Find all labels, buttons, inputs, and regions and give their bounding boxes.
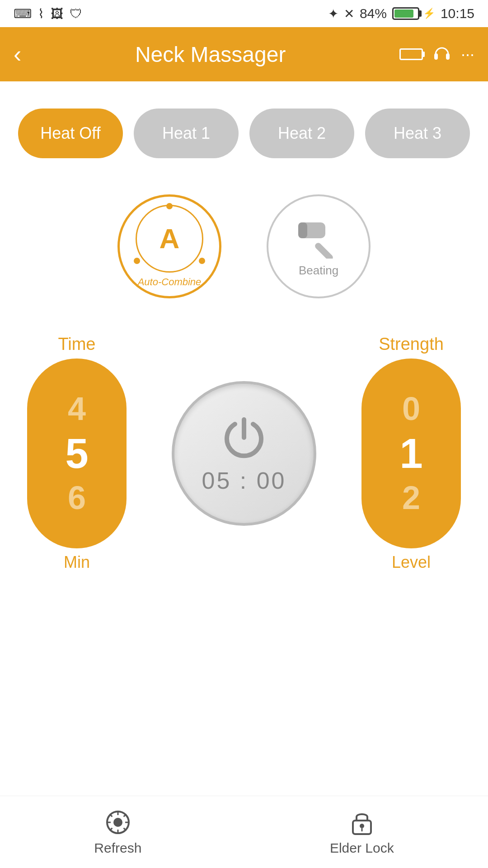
heat-1-button[interactable]: Heat 1 bbox=[134, 108, 239, 158]
headphone-icon bbox=[432, 44, 452, 64]
heat-3-button[interactable]: Heat 3 bbox=[365, 108, 470, 158]
time-label: Time bbox=[58, 335, 95, 354]
strength-unit-label: Level bbox=[392, 553, 431, 572]
auto-combine-label: Auto-Combine bbox=[138, 276, 202, 288]
usb2-icon: ⌇ bbox=[38, 6, 44, 21]
time-drum[interactable]: 4 5 6 bbox=[27, 359, 127, 548]
bottom-nav: Refresh Elder Lock bbox=[0, 796, 488, 868]
svg-rect-1 bbox=[446, 53, 450, 60]
time-value-above: 4 bbox=[68, 389, 86, 428]
battery-indicator: ⚡ bbox=[392, 7, 435, 20]
strength-label: Strength bbox=[379, 335, 444, 354]
auto-combine-inner: A bbox=[136, 205, 203, 273]
heat-off-button[interactable]: Heat Off bbox=[18, 108, 123, 158]
heat-buttons-row: Heat Off Heat 1 Heat 2 Heat 3 bbox=[18, 108, 470, 158]
heat-2-button[interactable]: Heat 2 bbox=[249, 108, 354, 158]
power-button[interactable]: 05 : 00 bbox=[172, 381, 316, 526]
page-title: Neck Massager bbox=[30, 42, 390, 67]
beating-icon bbox=[291, 216, 346, 261]
svg-rect-4 bbox=[298, 222, 307, 238]
lock-icon bbox=[348, 809, 375, 836]
auto-combine-letter: A bbox=[160, 225, 180, 253]
bolt-icon: ⚡ bbox=[423, 8, 435, 19]
more-icon[interactable]: ··· bbox=[461, 45, 474, 64]
time-value-selected: 5 bbox=[65, 429, 88, 478]
bluetooth-icon: ✦ bbox=[328, 6, 338, 21]
elder-lock-label: Elder Lock bbox=[330, 840, 394, 856]
usb-icon: ⌨ bbox=[14, 6, 32, 21]
svg-rect-2 bbox=[314, 241, 334, 259]
time-value-below: 6 bbox=[68, 478, 86, 517]
auto-combine-button[interactable]: A Auto-Combine bbox=[117, 194, 221, 298]
time-display: 10:15 bbox=[441, 6, 474, 21]
x-icon: ✕ bbox=[344, 6, 354, 21]
beating-label: Beating bbox=[299, 264, 338, 278]
strength-value-below: 2 bbox=[402, 478, 420, 517]
refresh-label: Refresh bbox=[94, 840, 141, 856]
strength-drum[interactable]: 0 1 2 bbox=[361, 359, 461, 548]
svg-point-6 bbox=[113, 818, 122, 827]
nav-elder-lock[interactable]: Elder Lock bbox=[330, 809, 394, 856]
strength-value-above: 0 bbox=[402, 389, 420, 428]
battery-outline-icon bbox=[399, 48, 423, 60]
main-content: Heat Off Heat 1 Heat 2 Heat 3 A Auto-Com… bbox=[0, 81, 488, 662]
nav-refresh[interactable]: Refresh bbox=[94, 809, 141, 856]
timer-section: Time 4 5 6 Min 05 : 00 Strength 0 1 2 bbox=[18, 335, 470, 572]
svg-rect-0 bbox=[434, 53, 438, 60]
app-header: ‹ Neck Massager ··· bbox=[0, 27, 488, 81]
time-column: Time 4 5 6 Min bbox=[27, 335, 127, 572]
strength-column: Strength 0 1 2 Level bbox=[361, 335, 461, 572]
beating-button[interactable]: Beating bbox=[267, 194, 371, 298]
refresh-icon bbox=[104, 809, 131, 836]
back-button[interactable]: ‹ bbox=[14, 42, 21, 66]
power-icon bbox=[219, 413, 269, 462]
shield-icon: 🛡 bbox=[70, 6, 82, 21]
image-icon: 🖼 bbox=[51, 6, 63, 21]
svg-point-8 bbox=[360, 824, 364, 828]
battery-percent: 84% bbox=[360, 6, 387, 21]
strength-value-selected: 1 bbox=[399, 429, 422, 478]
mode-row: A Auto-Combine Beating bbox=[18, 194, 470, 298]
status-bar: ⌨ ⌇ 🖼 🛡 ✦ ✕ 84% ⚡ 10:15 bbox=[0, 0, 488, 27]
timer-display: 05 : 00 bbox=[202, 467, 286, 494]
time-unit-label: Min bbox=[64, 553, 90, 572]
header-icons: ··· bbox=[399, 44, 474, 64]
